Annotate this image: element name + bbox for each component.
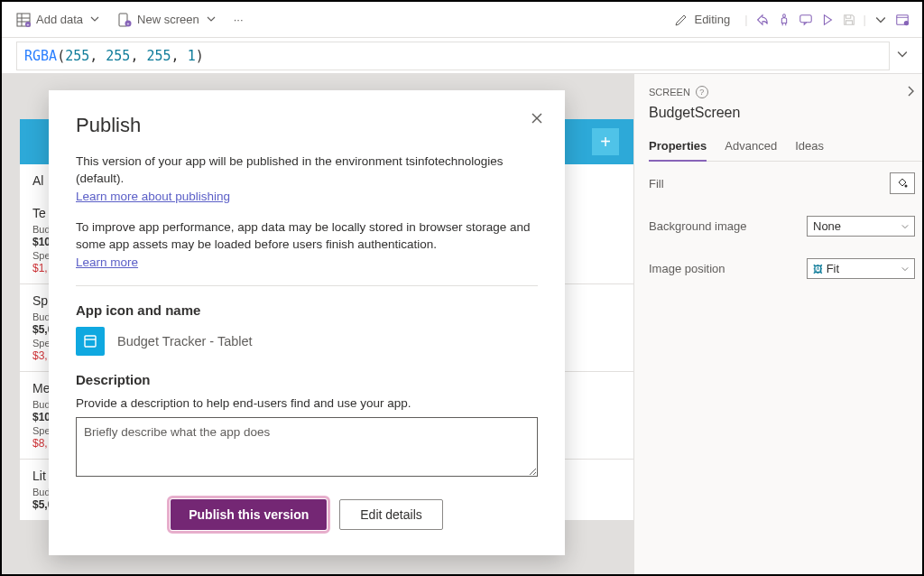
- more-button[interactable]: ···: [226, 9, 251, 30]
- fill-label: Fill: [649, 177, 890, 190]
- panel-header-label: SCREEN: [649, 87, 690, 98]
- add-data-label: Add data: [36, 13, 83, 26]
- add-data-button[interactable]: + Add data: [9, 9, 106, 31]
- tab-advanced[interactable]: Advanced: [725, 134, 777, 161]
- data-grid-icon: +: [16, 13, 31, 27]
- svg-point-12: [904, 20, 909, 24]
- learn-publishing-link[interactable]: Learn more about publishing: [76, 190, 230, 203]
- tab-ideas[interactable]: Ideas: [795, 134, 824, 161]
- tab-properties[interactable]: Properties: [649, 134, 707, 162]
- formula-bar: RGBA(255, 255, 255, 1): [2, 38, 922, 74]
- bg-image-label: Background image: [649, 219, 807, 233]
- svg-point-13: [905, 185, 908, 188]
- edit-details-button[interactable]: Edit details: [339, 499, 442, 530]
- save-icon[interactable]: [842, 13, 856, 27]
- app-name: Budget Tracker - Tablet: [117, 334, 253, 348]
- add-icon[interactable]: +: [592, 128, 619, 155]
- description-subtext: Provide a description to help end-users …: [76, 396, 538, 410]
- bg-image-dropdown[interactable]: None: [807, 216, 915, 237]
- description-heading: Description: [76, 372, 538, 387]
- new-screen-label: New screen: [137, 13, 199, 26]
- svg-text:+: +: [27, 22, 30, 27]
- comment-icon[interactable]: [799, 13, 813, 27]
- close-icon[interactable]: [531, 112, 543, 128]
- chevron-down-icon: [90, 13, 99, 26]
- chevron-right-icon[interactable]: [906, 85, 915, 99]
- svg-text:+: +: [127, 21, 130, 26]
- command-bar: + Add data + New screen ··· Editing: [2, 2, 922, 38]
- editing-label: Editing: [694, 13, 730, 26]
- ellipsis-icon: ···: [234, 13, 244, 26]
- checker-icon[interactable]: [777, 13, 791, 27]
- info-icon[interactable]: ?: [696, 86, 708, 98]
- description-textarea[interactable]: [76, 417, 538, 477]
- publish-icon[interactable]: [895, 13, 910, 27]
- properties-panel: SCREEN ? BudgetScreen Properties Advance…: [633, 74, 922, 574]
- formula-input[interactable]: RGBA(255, 255, 255, 1): [16, 42, 890, 70]
- formula-func: RGBA: [24, 48, 57, 64]
- app-icon-heading: App icon and name: [76, 302, 538, 318]
- app-icon: [76, 327, 105, 356]
- publish-dialog: Publish This version of your app will be…: [49, 90, 565, 555]
- fill-color-button[interactable]: [890, 172, 915, 194]
- dialog-body-line1: This version of your app will be publish…: [76, 153, 538, 188]
- dialog-body-line2: To improve app performance, app data may…: [76, 219, 538, 254]
- dialog-title: Publish: [76, 114, 538, 137]
- screen-name: BudgetScreen: [649, 105, 922, 121]
- imgpos-dropdown[interactable]: 🖼 Fit: [807, 258, 915, 279]
- chevron-down-icon: [207, 13, 216, 26]
- imgpos-label: Image position: [649, 262, 807, 275]
- svg-rect-9: [799, 14, 810, 22]
- new-screen-button[interactable]: + New screen: [110, 9, 223, 31]
- pencil-icon: [674, 13, 688, 27]
- formula-expand-icon[interactable]: [897, 49, 908, 62]
- editing-button[interactable]: Editing: [667, 9, 737, 31]
- learn-more-link[interactable]: Learn more: [76, 255, 138, 269]
- publish-button[interactable]: Publish this version: [171, 499, 327, 530]
- chevron-down-icon[interactable]: [873, 13, 888, 27]
- svg-rect-16: [85, 336, 96, 347]
- share-icon[interactable]: [755, 13, 770, 27]
- image-icon: 🖼: [813, 264, 823, 274]
- new-screen-icon: +: [117, 13, 132, 27]
- play-icon[interactable]: [820, 13, 835, 27]
